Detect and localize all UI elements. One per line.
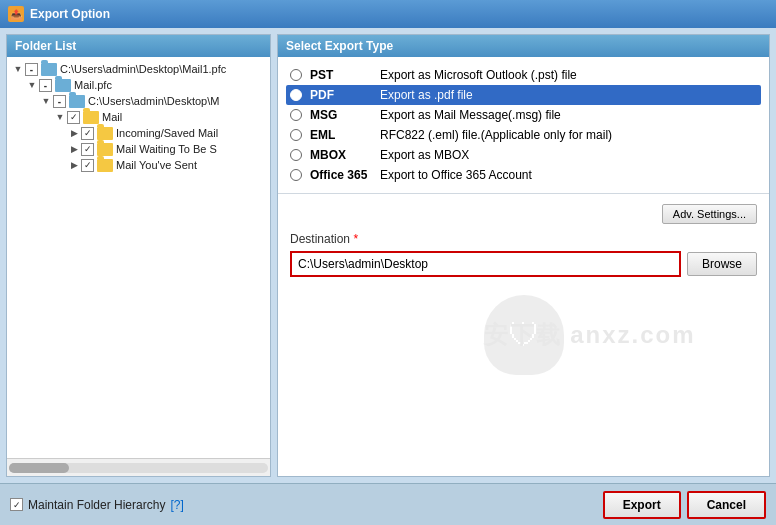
tree-item[interactable]: ▶Mail Waiting To Be S: [11, 141, 266, 157]
tree-checkbox[interactable]: [53, 95, 66, 108]
tree-checkbox[interactable]: [25, 63, 38, 76]
folder-icon: [97, 159, 113, 172]
export-type-desc-mbox: Export as MBOX: [380, 148, 469, 162]
tree-item[interactable]: ▶Mail You've Sent: [11, 157, 266, 173]
watermark-shield: 🛡: [484, 295, 564, 375]
watermark-text: 安下载 anxz.com: [484, 319, 696, 351]
bottom-bar: Maintain Folder Hierarchy [?] Export Can…: [0, 483, 776, 525]
maintain-checkbox[interactable]: [10, 498, 23, 511]
export-radio-pdf: [290, 89, 302, 101]
export-type-desc-office365: Export to Office 365 Account: [380, 168, 532, 182]
tree-item[interactable]: ▶Incoming/Saved Mail: [11, 125, 266, 141]
tree-label: Mail Waiting To Be S: [116, 143, 217, 155]
action-buttons: Export Cancel: [603, 491, 766, 519]
tree-label: Mail: [102, 111, 122, 123]
folder-icon: [83, 111, 99, 124]
tree-checkbox[interactable]: [81, 127, 94, 140]
bottom-section: 🛡 安下载 anxz.com Adv. Settings... Destinat…: [278, 194, 769, 476]
folder-icon: [55, 79, 71, 92]
tree-checkbox[interactable]: [81, 143, 94, 156]
export-type-row-mbox[interactable]: MBOXExport as MBOX: [286, 145, 761, 165]
browse-button[interactable]: Browse: [687, 252, 757, 276]
destination-row: Browse: [290, 251, 757, 277]
folder-icon: [69, 95, 85, 108]
tree-checkbox[interactable]: [81, 159, 94, 172]
tree-expand[interactable]: ▼: [39, 94, 53, 108]
export-type-row-msg[interactable]: MSGExport as Mail Message(.msg) file: [286, 105, 761, 125]
export-radio-pst: [290, 69, 302, 81]
export-type-label-pdf: PDF: [310, 88, 380, 102]
folder-list-header: Folder List: [7, 35, 270, 57]
adv-settings-button[interactable]: Adv. Settings...: [662, 204, 757, 224]
folder-list-panel: Folder List ▼C:\Users\admin\Desktop\Mail…: [6, 34, 271, 477]
required-marker: *: [350, 232, 358, 246]
export-type-row-pdf[interactable]: PDFExport as .pdf file: [286, 85, 761, 105]
export-type-label-office365: Office 365: [310, 168, 380, 182]
export-type-label-pst: PST: [310, 68, 380, 82]
tree-checkbox[interactable]: [39, 79, 52, 92]
export-type-label-msg: MSG: [310, 108, 380, 122]
tree-label: Incoming/Saved Mail: [116, 127, 218, 139]
export-radio-msg: [290, 109, 302, 121]
title-bar: 📤 Export Option: [0, 0, 776, 28]
export-radio-eml: [290, 129, 302, 141]
tree-item[interactable]: ▼C:\Users\admin\Desktop\M: [11, 93, 266, 109]
right-panel: Select Export Type PSTExport as Microsof…: [277, 34, 770, 477]
export-type-desc-pdf: Export as .pdf file: [380, 88, 473, 102]
export-type-row-office365[interactable]: Office 365Export to Office 365 Account: [286, 165, 761, 185]
horizontal-scrollbar[interactable]: [7, 458, 270, 476]
destination-input[interactable]: [290, 251, 681, 277]
tree-checkbox[interactable]: [67, 111, 80, 124]
folder-tree[interactable]: ▼C:\Users\admin\Desktop\Mail1.pfc▼Mail.p…: [7, 57, 270, 458]
export-type-table: PSTExport as Microsoft Outlook (.pst) fi…: [278, 57, 769, 194]
maintain-help-link[interactable]: [?]: [170, 498, 183, 512]
export-type-label-mbox: MBOX: [310, 148, 380, 162]
export-type-desc-pst: Export as Microsoft Outlook (.pst) file: [380, 68, 577, 82]
export-radio-mbox: [290, 149, 302, 161]
scrollbar-track: [9, 463, 268, 473]
folder-icon: [97, 127, 113, 140]
maintain-label: Maintain Folder Hierarchy: [28, 498, 165, 512]
scrollbar-thumb[interactable]: [9, 463, 69, 473]
cancel-button[interactable]: Cancel: [687, 491, 766, 519]
tree-expand[interactable]: ▼: [53, 110, 67, 124]
export-button[interactable]: Export: [603, 491, 681, 519]
maintain-row: Maintain Folder Hierarchy [?]: [10, 498, 184, 512]
folder-icon: [97, 143, 113, 156]
export-type-row-eml[interactable]: EMLRFC822 (.eml) file.(Applicable only f…: [286, 125, 761, 145]
export-radio-office365: [290, 169, 302, 181]
tree-label: C:\Users\admin\Desktop\M: [88, 95, 219, 107]
dialog-title: Export Option: [30, 7, 110, 21]
tree-item[interactable]: ▼Mail: [11, 109, 266, 125]
app-icon: 📤: [8, 6, 24, 22]
export-type-desc-eml: RFC822 (.eml) file.(Applicable only for …: [380, 128, 612, 142]
tree-expand[interactable]: ▼: [25, 78, 39, 92]
tree-item[interactable]: ▼Mail.pfc: [11, 77, 266, 93]
export-type-header: Select Export Type: [278, 35, 769, 57]
tree-expand[interactable]: ▶: [67, 126, 81, 140]
main-content: Folder List ▼C:\Users\admin\Desktop\Mail…: [0, 28, 776, 483]
export-type-label-eml: EML: [310, 128, 380, 142]
tree-item[interactable]: ▼C:\Users\admin\Desktop\Mail1.pfc: [11, 61, 266, 77]
tree-label: Mail.pfc: [74, 79, 112, 91]
tree-label: Mail You've Sent: [116, 159, 197, 171]
adv-settings-row: Adv. Settings...: [290, 204, 757, 224]
tree-expand[interactable]: ▶: [67, 142, 81, 156]
export-type-row-pst[interactable]: PSTExport as Microsoft Outlook (.pst) fi…: [286, 65, 761, 85]
export-type-desc-msg: Export as Mail Message(.msg) file: [380, 108, 561, 122]
tree-label: C:\Users\admin\Desktop\Mail1.pfc: [60, 63, 226, 75]
tree-expand[interactable]: ▶: [67, 158, 81, 172]
tree-expand[interactable]: ▼: [11, 62, 25, 76]
folder-icon: [41, 63, 57, 76]
destination-label: Destination *: [290, 232, 757, 246]
